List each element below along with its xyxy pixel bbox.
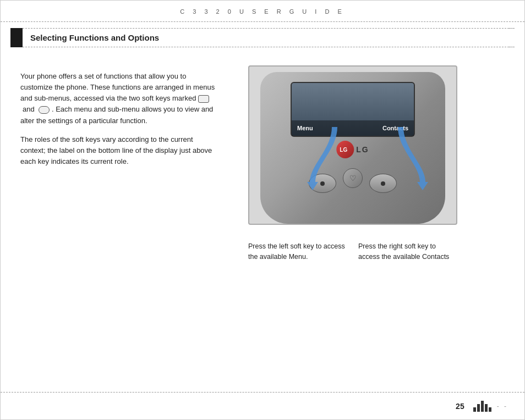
section-heading-block: Selecting Functions and Options: [10, 28, 515, 47]
page-dashes: - -: [497, 402, 508, 410]
bar-3: [481, 401, 484, 412]
section-heading-right-border: [509, 28, 515, 47]
phone-body: Menu Contacts LG LG: [260, 72, 445, 224]
guide-title: C 3 3 2 0 U S E R G U I D E: [180, 8, 345, 15]
black-bar: [10, 28, 23, 47]
page-wrapper: C 3 3 2 0 U S E R G U I D E Selecting Fu…: [0, 0, 525, 420]
paragraph-2: The roles of the soft keys vary accordin…: [20, 134, 216, 167]
top-dashed-line: [1, 21, 524, 22]
bar-5: [489, 407, 491, 412]
bottom-bar: 25 - -: [1, 392, 524, 419]
page-number: 25: [456, 402, 464, 411]
caption-right: Press the right soft key to access the a…: [358, 241, 457, 262]
blue-arrows-svg: [277, 127, 453, 198]
caption-left: Press the left soft key to access the av…: [248, 241, 347, 262]
right-softkey-icon: [39, 106, 50, 114]
right-section: Menu Contacts LG LG: [232, 60, 524, 392]
page-bars: [473, 401, 491, 412]
phone-image-container: Menu Contacts LG LG: [248, 65, 457, 225]
section-heading-content: Selecting Functions and Options: [23, 28, 509, 47]
left-text: Your phone offers a set of functions tha…: [1, 60, 232, 392]
captions-row: Press the left soft key to access the av…: [248, 241, 457, 262]
paragraph-1: Your phone offers a set of functions tha…: [20, 71, 216, 126]
left-softkey-icon: [198, 95, 209, 103]
main-content: Your phone offers a set of functions tha…: [1, 60, 524, 392]
header-bar: C 3 3 2 0 U S E R G U I D E: [1, 8, 524, 15]
bar-4: [485, 404, 488, 412]
bar-2: [477, 404, 480, 412]
section-title: Selecting Functions and Options: [30, 33, 159, 42]
bar-1: [473, 407, 476, 412]
